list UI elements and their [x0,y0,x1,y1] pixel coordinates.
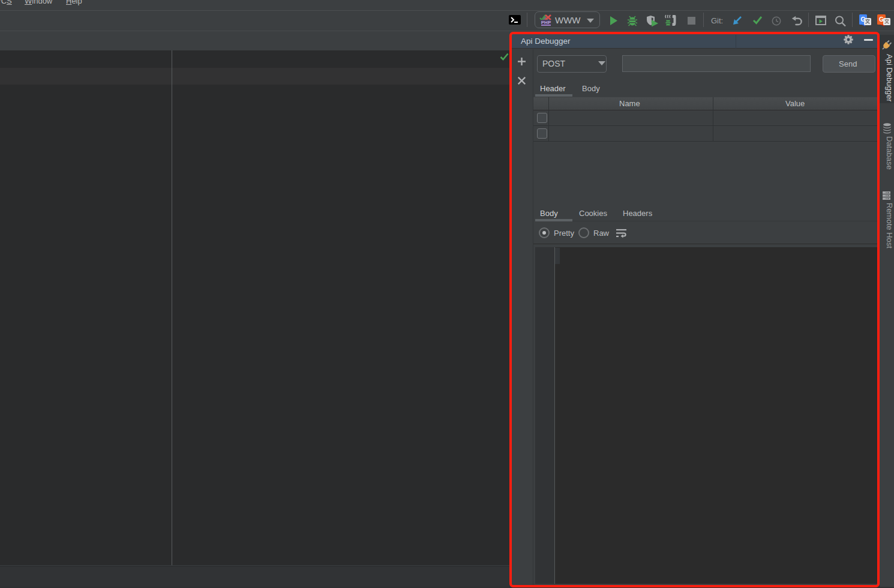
svg-text:PHP: PHP [541,20,551,25]
svg-text:G: G [879,16,884,23]
